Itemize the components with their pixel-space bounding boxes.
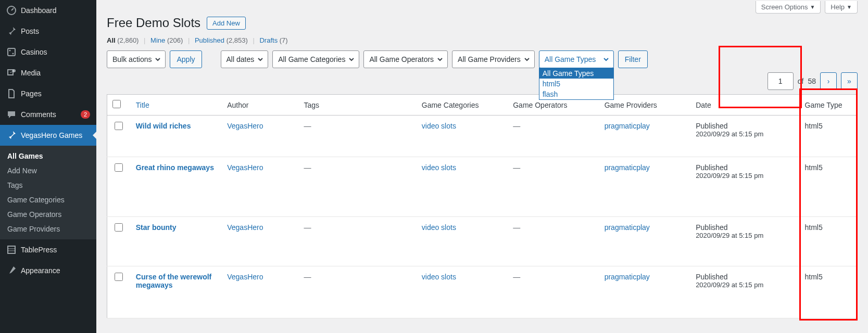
column-checkbox [107, 95, 131, 116]
row-author-link[interactable]: VegasHero [227, 223, 263, 232]
submenu-item-game-categories[interactable]: Game Categories [0, 193, 96, 207]
sidebar-item-label: Posts [21, 27, 90, 35]
row-checkbox[interactable] [115, 273, 123, 281]
help-label: Help [831, 3, 845, 11]
providers-label: All Game Providers [458, 55, 521, 63]
sidebar-item-label: Media [21, 69, 90, 77]
screen-options-tab[interactable]: Screen Options ▼ [756, 1, 821, 14]
row-category-link[interactable]: video slots [422, 163, 456, 172]
submenu-item-add-new[interactable]: Add New [0, 163, 96, 178]
row-category-link[interactable]: video slots [422, 273, 456, 281]
sidebar-item-dashboard[interactable]: Dashboard [0, 0, 96, 21]
sidebar-item-label: Comments [21, 110, 79, 119]
categories-select[interactable]: All Game Categories [272, 50, 359, 68]
providers-select[interactable]: All Game Providers [452, 50, 535, 68]
row-checkbox[interactable] [115, 223, 123, 232]
brush-icon [6, 265, 17, 276]
content-area: Screen Options ▼ Help ▼ Free Demo Slots … [96, 0, 868, 333]
row-date-status: Published [696, 223, 794, 232]
game-type-option[interactable]: html5 [539, 79, 613, 89]
media-icon [6, 68, 17, 78]
row-category-link[interactable]: video slots [422, 122, 456, 130]
sidebar-item-appearance[interactable]: Appearance [0, 260, 96, 281]
filter-all-count: (2,860) [117, 36, 139, 44]
filter-published-count: (2,853) [227, 36, 248, 44]
page-heading: Free Demo Slots Add New [107, 16, 858, 30]
pagination-total: 58 [808, 77, 816, 85]
game-types-select[interactable]: All Game Types [539, 50, 614, 68]
sidebar-item-media[interactable]: Media [0, 62, 96, 83]
comments-count-badge: 2 [81, 110, 90, 119]
apply-button[interactable]: Apply [170, 50, 202, 68]
game-type-option[interactable]: All Game Types [539, 68, 613, 79]
filter-drafts-link[interactable]: Drafts [259, 36, 278, 44]
page-number-input[interactable] [768, 72, 794, 90]
filter-all-label[interactable]: All [107, 36, 116, 44]
row-provider-link[interactable]: pragmaticplay [605, 163, 650, 172]
row-author-link[interactable]: VegasHero [227, 273, 263, 281]
caret-down-icon: ▼ [847, 4, 852, 10]
row-tags: — [304, 163, 311, 172]
table-icon [6, 245, 17, 255]
page-icon [6, 88, 17, 99]
row-title-link[interactable]: Wild wild riches [136, 122, 191, 130]
separator: | [141, 36, 148, 44]
sidebar-item-comments[interactable]: Comments 2 [0, 104, 96, 125]
operators-select[interactable]: All Game Operators [363, 50, 448, 68]
chevron-down-icon [437, 56, 443, 62]
row-title-link[interactable]: Star bounty [136, 223, 177, 232]
sidebar-item-posts[interactable]: Posts [0, 21, 96, 42]
help-tab[interactable]: Help ▼ [825, 1, 858, 14]
chevron-down-icon [257, 56, 263, 62]
row-author-link[interactable]: VegasHero [227, 122, 263, 130]
admin-sidebar: Dashboard Posts Casinos Media Pages Comm… [0, 0, 96, 333]
bulk-actions-select[interactable]: Bulk actions [107, 50, 166, 68]
sidebar-item-label: Appearance [21, 266, 90, 275]
filter-published-link[interactable]: Published [195, 36, 224, 44]
submenu-item-tags[interactable]: Tags [0, 178, 96, 193]
select-all-checkbox[interactable] [112, 100, 121, 108]
row-date-time: 2020/09/29 at 5:15 pm [696, 172, 794, 180]
filter-mine-link[interactable]: Mine [150, 36, 165, 44]
sidebar-item-label: Dashboard [21, 6, 90, 15]
row-provider-link[interactable]: pragmaticplay [605, 273, 650, 281]
last-page-button[interactable]: » [841, 72, 858, 90]
chevron-down-icon [524, 56, 530, 62]
row-game-type: html5 [800, 157, 858, 217]
top-tabs: Screen Options ▼ Help ▼ [107, 1, 858, 14]
row-date-status: Published [696, 122, 794, 130]
chevron-down-icon [155, 56, 161, 62]
filter-button[interactable]: Filter [618, 50, 648, 68]
sidebar-item-pages[interactable]: Pages [0, 83, 96, 104]
row-author-link[interactable]: VegasHero [227, 163, 263, 172]
comment-icon [6, 109, 17, 120]
game-type-option[interactable]: flash [539, 89, 613, 99]
next-page-button[interactable]: › [820, 72, 837, 90]
row-checkbox[interactable] [115, 163, 123, 172]
row-tags: — [304, 223, 311, 232]
column-tags: Tags [298, 95, 416, 116]
dates-select[interactable]: All dates [221, 50, 269, 68]
row-date-time: 2020/09/29 at 5:15 pm [696, 232, 794, 239]
column-title[interactable]: Title [136, 101, 149, 109]
filters-row: Bulk actions Apply All dates All Game Ca… [107, 50, 858, 68]
categories-label: All Game Categories [278, 55, 345, 63]
sidebar-item-casinos[interactable]: Casinos [0, 42, 96, 62]
post-status-filters: All (2,860) | Mine (206) | Published (2,… [107, 36, 858, 44]
table-row: Great rhino megaways VegasHero — video s… [107, 157, 858, 217]
row-category-link[interactable]: video slots [422, 223, 456, 232]
sidebar-item-tablepress[interactable]: TablePress [0, 239, 96, 260]
sidebar-item-vegashero-games[interactable]: VegasHero Games [0, 125, 96, 146]
row-provider-link[interactable]: pragmaticplay [605, 122, 650, 130]
row-checkbox[interactable] [115, 122, 123, 130]
row-title-link[interactable]: Curse of the werewolf megaways [136, 273, 211, 289]
submenu-item-game-providers[interactable]: Game Providers [0, 222, 96, 236]
add-new-button[interactable]: Add New [207, 17, 246, 30]
column-author: Author [222, 95, 298, 116]
row-provider-link[interactable]: pragmaticplay [605, 223, 650, 232]
row-title-link[interactable]: Great rhino megaways [136, 163, 214, 172]
chevron-down-icon [348, 56, 355, 62]
row-operators: — [513, 273, 520, 281]
submenu-item-all-games[interactable]: All Games [0, 149, 96, 163]
submenu-item-game-operators[interactable]: Game Operators [0, 207, 96, 222]
